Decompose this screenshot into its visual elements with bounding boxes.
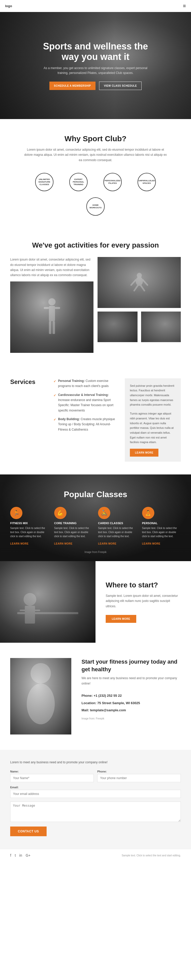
service-item-1: ✓ Personal Training: Custom exercise pro… [54,378,117,389]
service-text-1: Personal Training: Custom exercise progr… [58,378,117,389]
activities-img-bottom-right [141,312,181,342]
email-input[interactable] [10,790,181,798]
svg-line-9 [143,280,147,285]
svg-rect-5 [52,321,55,334]
form-row-email: Email: [10,786,181,798]
svg-line-8 [131,280,136,285]
services-sidebar-text2: Turnis agimos integer age aliquot nibh p… [130,411,176,445]
svg-point-18 [27,684,55,724]
popular-section: Popular Classes 🏃 FITNESS MIX Sample tex… [0,474,191,561]
class-card-fitness: 🏃 FITNESS MIX Sample text. Click to sele… [10,507,49,546]
service-title-2: Cardiovascular & Interval Training: [58,393,109,397]
why-icon-circle-home: HOME WORKOUTS [86,197,105,216]
where-learn-more-button[interactable]: LEARN MORE [106,615,136,623]
why-section: Why Sport Club? Lorem ipsum dolor sit am… [0,119,191,228]
contact-form: Name: Phone: Email: CONTACT US [10,770,181,836]
core-learn-more[interactable]: LEARN MORE [54,542,73,545]
svg-rect-15 [20,609,27,611]
personal-learn-more[interactable]: LEARN MORE [142,542,161,545]
classes-grid: 🏃 FITNESS MIX Sample text. Click to sele… [10,507,181,546]
why-title: Why Sport Club? [15,134,176,143]
activities-title: We've got activities for every passion [10,241,181,249]
social-google-icon[interactable]: G+ [26,853,30,858]
journey-contact-info: Phone: +1 (232) 252 55 22 Location: 75 S… [82,692,181,714]
service-title-1: Personal Training: [58,379,85,383]
journey-location: Location: 75 Street Sample, WI 63025 [82,700,181,707]
message-textarea[interactable] [10,802,181,822]
hero-content: Sports and wellness the way you want it … [19,41,172,90]
journey-content: Start your fitness journey today and get… [82,658,181,720]
personal-title: PERSONAL [142,522,181,525]
service-item-2: ✓ Cardiovascular & Interval Training: In… [54,392,117,413]
journey-image [10,658,71,735]
services-label: Services [10,378,46,385]
journey-phone: Phone: +1 (232) 252 55 22 [82,692,181,700]
view-classes-button[interactable]: VIEW CLASS SCHEDULE [99,81,142,90]
services-sidebar-text1: Sed pulvinar proin gravida hendrerit lec… [130,383,176,407]
schedule-button[interactable]: SCHEDULE A MEMBERSHIP [49,81,96,90]
personal-icon: 🧘 [145,510,151,516]
phone-input[interactable] [97,774,181,782]
contact-submit-button[interactable]: CONTACT US [10,827,47,836]
social-twitter-icon[interactable]: t [15,853,16,858]
where-content: Where to start? Sample text. Lorem ipsum… [96,561,191,643]
why-icon-unlimited: UNLIMITED SIGNATURE CLASSES [30,173,58,191]
class-card-core: 💪 CORE TRAINING Sample text. Click to se… [54,507,93,546]
hamburger-icon[interactable]: ≡ [183,3,186,9]
cardio-icon: 🚴 [101,510,107,516]
why-icon-home: HOME WORKOUTS [82,197,109,216]
footer-copyright: Sample text. Click to select the text an… [122,854,181,857]
svg-rect-4 [49,321,51,334]
activities-img-person [10,282,93,353]
rowing-icon [0,561,96,643]
services-sidebar: Sed pulvinar proin gravida hendrerit lec… [125,378,181,462]
svg-rect-14 [25,606,35,624]
form-row-message [10,802,181,823]
svg-rect-3 [55,307,60,309]
woman-icon [10,658,71,735]
svg-point-17 [30,663,51,684]
name-input[interactable] [10,774,94,782]
fitness-icon: 🏃 [13,510,20,516]
services-learn-more-button[interactable]: LEARN MORE [130,449,158,457]
fitness-learn-more[interactable]: LEARN MORE [10,542,28,545]
email-label: Email: [10,786,181,789]
why-icon-circle-pilates: PERSONALIZED PILATES [103,173,122,191]
services-section: Services ✓ Personal Training: Custom exe… [0,366,191,474]
service-title-3: Body Building: [58,417,80,421]
fitness-text: Sample text. Click to select the text bo… [10,526,49,538]
cardio-learn-more[interactable]: LEARN MORE [98,542,116,545]
where-image [0,561,96,643]
svg-line-11 [141,286,144,291]
svg-line-10 [134,286,138,291]
personal-icon-circle: 🧘 [142,507,154,519]
svg-rect-16 [33,609,40,611]
svg-rect-1 [49,306,55,321]
contact-intro: Lorem to meet any business need and to p… [10,760,181,765]
svg-point-13 [24,593,36,606]
service-item-3: ✓ Body Building: Creates muscle physique… [54,417,117,432]
why-text: Lorem ipsum dolor sit amet, consectetur … [24,147,167,163]
social-instagram-icon[interactable]: in [19,853,22,858]
where-text: Sample text. Lorem ipsum dolor sit amet,… [106,593,181,609]
hero-section: Sports and wellness the way you want it … [0,12,191,119]
check-icon-2: ✓ [54,393,56,413]
activities-img-bottom-left [98,312,137,342]
fitness-icon-circle: 🏃 [10,507,22,519]
name-label: Name: [10,770,94,773]
footer-social: f t in G+ [10,853,30,858]
journey-image-credit: Image from: Freepik [82,717,181,720]
hero-subtitle: As a member, you get access to unlimited… [39,66,152,75]
hero-buttons: SCHEDULE A MEMBERSHIP VIEW CLASS SCHEDUL… [39,81,152,90]
social-facebook-icon[interactable]: f [10,853,11,858]
popular-content: Popular Classes 🏃 FITNESS MIX Sample tex… [10,490,181,554]
nav-logo: logo [5,4,12,8]
why-icon-expert: EXPERT PERSONAL TRAINING [65,173,92,191]
personal-text: Sample text. Click to select the text bo… [142,526,181,538]
journey-subtitle: We are here to meet any business need an… [82,676,181,686]
why-icon-spaces: UNPARALLELED SPACES [133,173,161,191]
svg-point-7 [136,277,143,286]
core-text: Sample text. Click to select the text bo… [54,526,93,538]
activities-left-col: Lorem ipsum dolor sit amet, consectetur … [10,257,93,353]
journey-title: Start your fitness journey today and get… [82,658,181,673]
